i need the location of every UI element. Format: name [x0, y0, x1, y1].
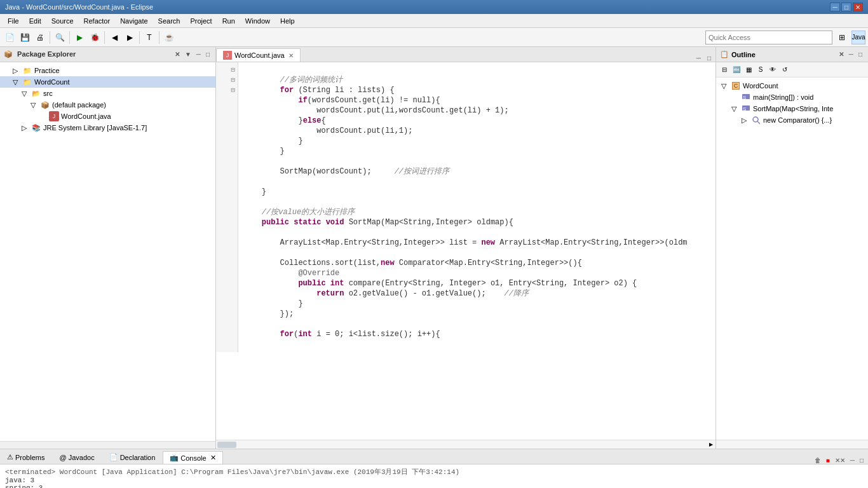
expand-icon-src: ▽ [19, 88, 29, 98]
fold-marker-collections[interactable]: ⊟ [217, 75, 235, 85]
menu-file[interactable]: File [3, 16, 24, 26]
pe-min-btn[interactable]: ─ [194, 51, 203, 58]
tree-label-wordcount-java: WordCount.java [61, 112, 111, 120]
code-area[interactable]: ⊟ ⊟ ⊟ //多词的词频统计 for (String li : lists [216, 62, 715, 440]
svg-text:S: S [743, 95, 746, 100]
tree-item-src[interactable]: ▽ 📂 src [0, 88, 215, 99]
outline-max-btn[interactable]: □ [857, 51, 864, 58]
console-remove-btn[interactable]: ✕✕ [833, 457, 847, 464]
tab-console[interactable]: 📺 Console ✕ [163, 451, 222, 464]
outline-item-comparator[interactable]: ▷ new Comparator() {...} [716, 114, 868, 126]
menu-search[interactable]: Search [153, 16, 186, 26]
search-icon[interactable]: 🔍 [53, 30, 67, 44]
save-button[interactable]: 💾 [18, 30, 32, 44]
tab-close-btn[interactable]: ✕ [288, 52, 294, 59]
outline-close-btn[interactable]: ✕ [837, 51, 846, 58]
view-button[interactable]: ⊞ [835, 30, 849, 44]
pe-collapse-btn[interactable]: ✕ [173, 51, 182, 58]
outline-hide-nonpublic-btn[interactable]: 👁 [767, 64, 778, 76]
outline-method-icon-main: S [741, 92, 751, 102]
tab-javadoc[interactable]: @ Javadoc [52, 451, 101, 464]
java-perspective[interactable]: Java [851, 30, 865, 44]
tree-item-default-pkg[interactable]: ▽ 📦 (default package) [0, 99, 215, 111]
next-button[interactable]: ▶ [123, 30, 137, 44]
console-label: Console [180, 454, 206, 462]
tab-declaration[interactable]: 📄 Declaration [102, 451, 163, 464]
menu-help[interactable]: Help [275, 16, 300, 26]
menu-project[interactable]: Project [185, 16, 217, 26]
menu-navigate[interactable]: Navigate [115, 16, 153, 26]
editor-max-btn[interactable]: □ [705, 55, 713, 62]
editor-min-btn[interactable]: ─ [695, 55, 703, 62]
pe-menu-btn[interactable]: ▼ [183, 51, 193, 58]
open-type-button[interactable]: T [142, 30, 156, 44]
menu-window[interactable]: Window [240, 16, 275, 26]
perspective-button[interactable]: ☕ [162, 30, 176, 44]
outline-hide-static-btn[interactable]: S [755, 64, 766, 76]
svg-text:S: S [743, 106, 746, 112]
menu-edit[interactable]: Edit [24, 16, 46, 26]
minimize-button[interactable]: ─ [830, 3, 840, 11]
pe-scrollbar[interactable] [0, 441, 215, 449]
declaration-icon: 📄 [109, 453, 118, 461]
tree-item-wordcount[interactable]: ▽ 📁 WordCount [0, 76, 215, 88]
hscroll-right[interactable]: ▶ [707, 440, 715, 449]
menu-refactor[interactable]: Refactor [79, 16, 116, 26]
hscroll-thumb[interactable] [217, 442, 236, 448]
run-button[interactable]: ▶ [72, 30, 86, 44]
menu-bar: File Edit Source Refactor Navigate Searc… [0, 14, 868, 28]
new-button[interactable]: 📄 [3, 30, 17, 44]
prev-button[interactable]: ◀ [107, 30, 121, 44]
fold-marker-sortmap[interactable]: ⊟ [217, 65, 235, 75]
console-clear-btn[interactable]: 🗑 [813, 457, 823, 464]
tree-label-src: src [43, 90, 53, 97]
bottom-max-btn[interactable]: □ [858, 457, 865, 464]
tree-item-wordcount-java[interactable]: J WordCount.java [0, 111, 215, 122]
toolbar-separator-3 [104, 31, 105, 44]
javadoc-label: @ Javadoc [59, 454, 94, 461]
close-button[interactable]: ✕ [853, 3, 863, 11]
print-button[interactable]: 🖨 [33, 30, 47, 44]
outline-collapse-btn[interactable]: ⊟ [719, 64, 730, 76]
quick-access-input[interactable] [705, 30, 832, 44]
menu-source[interactable]: Source [46, 16, 79, 26]
title-bar: Java - WordCount/src/WordCount.java - Ec… [0, 0, 868, 14]
code-lines[interactable]: //多词的词频统计 for (String li : lists) { if(w… [238, 62, 715, 352]
outline-hide-fields-btn[interactable]: ▦ [743, 64, 754, 76]
tab-problems[interactable]: ⚠ Problems [0, 451, 51, 464]
editor-tab-controls: ─ □ [692, 55, 715, 62]
editor-tab-wordcount[interactable]: J WordCount.java ✕ [216, 48, 301, 62]
console-close-btn[interactable]: ✕ [210, 454, 216, 462]
console-content: <terminated> WordCount [Java Application… [0, 464, 868, 488]
pe-max-btn[interactable]: □ [204, 51, 212, 58]
outline-item-main[interactable]: S main(String[]) : void [716, 92, 868, 103]
tree-item-jre[interactable]: ▷ 📚 JRE System Library [JavaSE-1.7] [0, 122, 215, 133]
outline-toolbar: ⊟ 🔤 ▦ S 👁 ↺ [716, 62, 868, 78]
menu-run[interactable]: Run [217, 16, 240, 26]
maximize-button[interactable]: □ [841, 3, 851, 11]
debug-button[interactable]: 🐞 [88, 30, 102, 44]
expand-icon-jre: ▷ [19, 123, 29, 133]
package-explorer-body: ▷ 📁 Practice ▽ 📁 WordCount ▽ 📂 src ▽ 📦 (… [0, 62, 215, 441]
line-numbers: ⊟ ⊟ ⊟ [216, 62, 238, 352]
console-terminate-btn[interactable]: ■ [824, 457, 832, 464]
outline-sync-btn[interactable]: ↺ [779, 64, 790, 76]
outline-sort-btn[interactable]: 🔤 [731, 64, 742, 76]
package-explorer-title: 📦 Package Explorer [4, 50, 173, 58]
problems-label: Problems [15, 454, 44, 461]
editor-hscroll[interactable]: ▶ [216, 440, 715, 449]
outline-min-btn[interactable]: ─ [847, 51, 855, 58]
outline-label-comparator: new Comparator() {...} [763, 116, 832, 124]
jre-icon: 📚 [31, 123, 41, 133]
outline-header: 📋 Outline ✕ ─ □ [716, 47, 868, 62]
expand-icon-pkg: ▽ [28, 100, 38, 110]
bottom-min-btn[interactable]: ─ [848, 457, 857, 464]
outline-icon: 📋 [720, 50, 729, 58]
outline-item-sortmap[interactable]: ▽ S SortMap(Map<String, Inte [716, 103, 868, 114]
tree-item-practice[interactable]: ▷ 📁 Practice [0, 65, 215, 76]
hscroll-track[interactable] [238, 442, 707, 448]
outline-item-wordcount[interactable]: ▽ C WordCount [716, 80, 868, 92]
outline-label-wordcount: WordCount [743, 82, 778, 90]
fold-marker-override[interactable]: ⊟ [217, 85, 235, 95]
outline-hscroll[interactable] [716, 440, 868, 449]
